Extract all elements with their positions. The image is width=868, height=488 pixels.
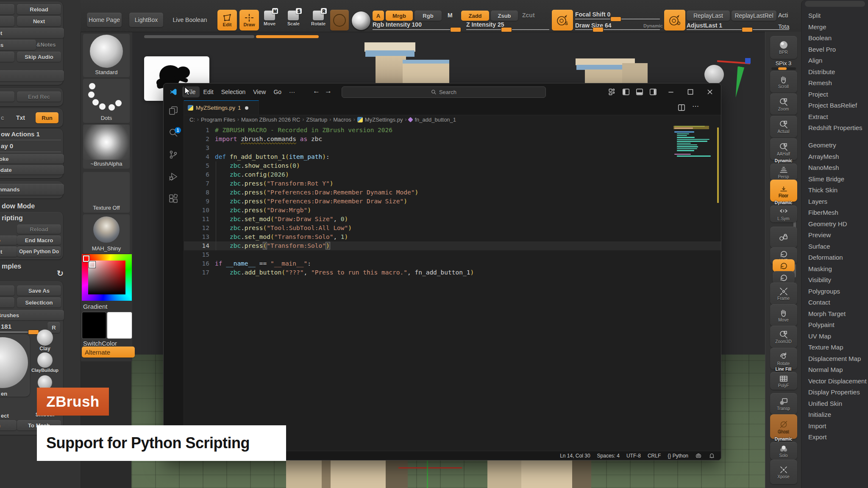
code-line-12[interactable]: 12 zbc.press("Tool:SubTool:All Low") xyxy=(184,224,721,233)
status-ln-14-col-30[interactable]: Ln 14, Col 30 xyxy=(560,453,590,459)
zadd-toggle[interactable]: Zadd xyxy=(461,11,489,21)
menu-edit[interactable]: Edit xyxy=(200,86,217,97)
acti-label-clipped[interactable]: Acti xyxy=(778,12,788,19)
refresh-icon[interactable]: ↻ xyxy=(57,269,64,278)
open-python-doc-button[interactable]: Open Python Do xyxy=(17,247,61,257)
brush-clay[interactable]: Clay xyxy=(25,330,65,352)
tray-rot-button[interactable] xyxy=(765,259,801,272)
draw-button[interactable]: Draw xyxy=(239,10,259,30)
menu-item-morph-target[interactable]: Morph Target xyxy=(801,308,868,320)
code-line-14[interactable]: 14 zbc.press("Transform:Solo") xyxy=(184,241,721,250)
menu-item-align[interactable]: Align xyxy=(801,55,868,67)
run-button[interactable]: Run xyxy=(36,112,58,123)
tray-scroll-button[interactable]: Scroll xyxy=(765,71,801,93)
breadcrumb-item[interactable]: C: xyxy=(189,116,195,123)
shelf-item-dots[interactable]: Dots xyxy=(83,79,130,123)
code-line-1[interactable]: 1# ZBRUSH MACRO - Recorded in ZBrush ver… xyxy=(184,126,721,135)
clipped-button-ut[interactable]: ut xyxy=(0,247,17,257)
rgb-toggle[interactable]: Rgb xyxy=(415,11,442,21)
code-line-2[interactable]: 2import zbrush.commands as zbc xyxy=(184,135,721,144)
clipped-button-roke[interactable]: roke xyxy=(0,154,64,164)
menu-item-initialize[interactable]: Initialize xyxy=(801,409,868,421)
reload-button[interactable]: Reload xyxy=(17,4,61,14)
menu-item-split[interactable]: Split xyxy=(801,10,868,22)
stub-button[interactable] xyxy=(0,92,14,102)
menu-item-export[interactable]: Export xyxy=(801,432,868,443)
forward-arrow-icon[interactable]: → xyxy=(325,87,332,95)
alternate-button[interactable]: Alternate xyxy=(82,347,135,358)
code-line-6[interactable]: 6 zbc.config(2026) xyxy=(184,170,721,179)
menu-item-vector-displacement[interactable]: Vector Displacement xyxy=(801,376,868,387)
code-line-10[interactable]: 10 zbc.press("Draw:Mrgb") xyxy=(184,206,721,215)
code-line-11[interactable]: 11 zbc.set_mod("Draw:Draw Size", 0) xyxy=(184,215,721,224)
code-line-17[interactable]: 17 zbc.add_button("???", "Press to run t… xyxy=(184,268,721,277)
code-editor[interactable]: 1# ZBRUSH MACRO - Recorded in ZBrush ver… xyxy=(184,124,721,451)
replay-d-button[interactable]: D xyxy=(664,10,685,30)
tray-zoom-button[interactable]: Zoom xyxy=(765,93,801,115)
menu-item-slime-bridge[interactable]: Slime Bridge xyxy=(801,174,868,185)
tray-move-button[interactable]: Move xyxy=(765,304,801,326)
status-utf-8[interactable]: UTF-8 xyxy=(626,453,641,459)
tray-aahalf-button[interactable]: AAHalf xyxy=(765,138,801,160)
end-rec-button[interactable]: End Rec xyxy=(17,92,61,102)
clipped-button-ot[interactable]: ot xyxy=(0,28,64,38)
toggle-panel-icon[interactable] xyxy=(636,88,643,96)
code-line-7[interactable]: 7 zbc.press("Transform:Rot Y") xyxy=(184,179,721,188)
canvas-scrollbar-active[interactable] xyxy=(256,35,319,38)
tray-transp-button[interactable]: Transp xyxy=(765,393,801,414)
draw-size-line[interactable] xyxy=(575,29,660,30)
txt-label[interactable]: Txt xyxy=(16,114,25,121)
draw-size-handle[interactable] xyxy=(593,27,604,32)
focal-shift-handle[interactable] xyxy=(610,17,621,22)
menu-item-polypaint[interactable]: Polypaint xyxy=(801,319,868,331)
tray-solo-button[interactable]: DynamicSolo xyxy=(765,437,801,460)
tray-spix3-button[interactable]: SPix 3 xyxy=(765,58,801,72)
search-input[interactable]: Search xyxy=(342,86,546,98)
tray-floor-button[interactable]: Floor xyxy=(765,180,801,202)
shelf-item-mahshiny[interactable]: MAH_Shiny xyxy=(83,214,130,253)
shelf-item-textureoff[interactable]: Texture Off xyxy=(83,172,130,213)
menu-item-polygroups[interactable]: Polygroups xyxy=(801,286,868,297)
breadcrumb-item[interactable]: Macros xyxy=(333,116,351,123)
maximize-icon[interactable] xyxy=(687,88,694,96)
code-line-16[interactable]: 16if __name__ == "__main__": xyxy=(184,259,721,268)
menu-item-visibility[interactable]: Visibility xyxy=(801,274,868,286)
vscode-window[interactable]: FileEditSelectionViewGo··· ← → Search My… xyxy=(163,83,721,460)
clipped-button-ns[interactable]: ns xyxy=(0,40,36,50)
toggle-sidebar-icon[interactable] xyxy=(622,88,630,96)
edit-button[interactable]: Edit xyxy=(217,10,237,30)
menu-item-texture-map[interactable]: Texture Map xyxy=(801,342,868,353)
menu-item-surface[interactable]: Surface xyxy=(801,241,868,252)
stub-button[interactable] xyxy=(0,286,14,296)
clipped-button-n[interactable]: n xyxy=(0,420,17,430)
breadcrumb-item[interactable]: Maxon ZBrush 2026 RC xyxy=(241,116,300,123)
bell-icon[interactable] xyxy=(709,452,715,459)
zsub-toggle[interactable]: Zsub xyxy=(491,11,518,21)
tota-label-clipped[interactable]: Tota xyxy=(778,23,789,30)
toggle-secondary-sidebar-icon[interactable] xyxy=(649,88,657,96)
spix-slider[interactable] xyxy=(771,67,796,70)
menu-go[interactable]: Go xyxy=(270,86,285,97)
menu-item-preview[interactable]: Preview xyxy=(801,230,868,241)
a-toggle[interactable]: A xyxy=(373,11,384,21)
menu-item-boolean[interactable]: Boolean xyxy=(801,33,868,44)
breadcrumb-item[interactable]: Program Files xyxy=(201,116,235,123)
rgb-intensity-line[interactable] xyxy=(373,29,459,30)
vscode-titlebar[interactable]: FileEditSelectionViewGo··· ← → Search xyxy=(164,83,721,100)
menu-item-remesh[interactable]: Remesh xyxy=(801,78,868,89)
lightbox-button[interactable]: LightBox xyxy=(129,13,163,27)
replay-last-rel-button[interactable]: ReplayLastRel xyxy=(732,11,776,21)
partial-menu-button[interactable] xyxy=(805,1,865,7)
menu-item-geometry-hd[interactable]: Geometry HD xyxy=(801,219,868,230)
menu-item-layers[interactable]: Layers xyxy=(801,196,868,208)
stroke-s-button[interactable]: S xyxy=(552,10,573,30)
reload-script-button[interactable]: Reload xyxy=(17,225,61,234)
stub-button[interactable] xyxy=(0,52,14,62)
menu-item-uv-map[interactable]: UV Map xyxy=(801,331,868,342)
stub-button[interactable] xyxy=(0,297,14,308)
hue-selector[interactable] xyxy=(83,255,89,262)
clipped-button-e[interactable]: e xyxy=(0,70,64,81)
extensions-icon[interactable] xyxy=(168,194,178,204)
secondary-color-swatch[interactable] xyxy=(107,312,132,339)
breadcrumb-item[interactable]: ZStartup xyxy=(306,116,327,123)
